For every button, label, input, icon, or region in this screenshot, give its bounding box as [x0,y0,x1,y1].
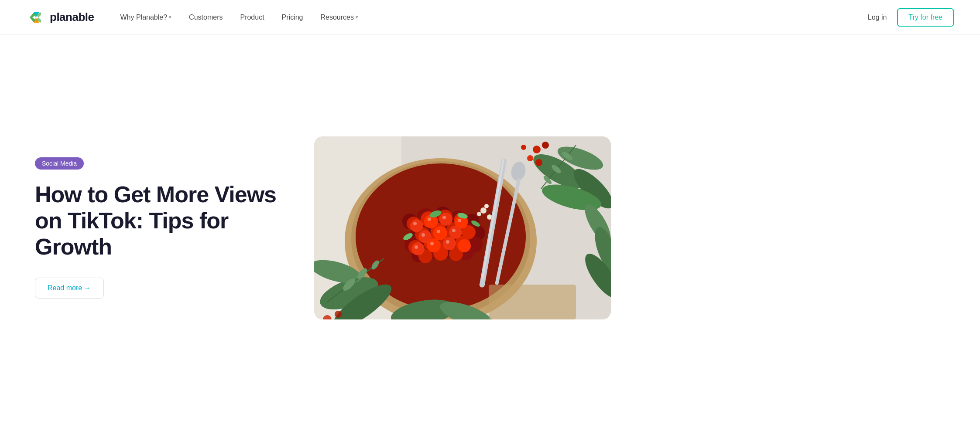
nav-label-resources: Resources [321,14,354,21]
chevron-down-icon: ▾ [169,14,171,20]
svg-point-91 [480,207,487,214]
nav-label-pricing: Pricing [282,14,303,21]
nav-label-product: Product [240,14,264,21]
svg-point-68 [439,213,452,226]
try-for-free-button[interactable]: Try for free [897,8,954,27]
svg-point-82 [437,230,440,233]
svg-point-76 [458,239,471,252]
svg-point-25 [533,146,541,153]
nav-item-product[interactable]: Product [231,0,273,35]
svg-point-85 [430,242,434,245]
category-badge: Social Media [35,157,84,170]
food-illustration [314,136,611,319]
svg-point-79 [442,216,446,219]
svg-point-93 [477,212,481,216]
logo-icon [26,8,45,27]
svg-point-26 [542,142,549,149]
svg-point-27 [527,155,533,161]
nav-links: Why Planable? ▾ Customers Product Pricin… [111,0,867,35]
svg-point-72 [449,226,462,239]
svg-point-84 [415,245,418,249]
svg-point-66 [410,219,423,232]
hero-image-area [314,136,611,319]
svg-point-80 [458,219,461,222]
svg-point-83 [452,229,456,232]
svg-point-78 [428,217,431,221]
svg-point-86 [446,240,449,244]
nav-item-resources[interactable]: Resources ▾ [312,0,367,35]
svg-point-75 [443,237,456,250]
nav-label-why-planable: Why Planable? [120,14,167,21]
svg-point-74 [427,238,441,252]
svg-rect-99 [489,285,576,319]
nav-item-customers[interactable]: Customers [180,0,231,35]
brand-name: planable [50,10,94,24]
hero-title: How to Get More Views on TikTok: Tips fo… [35,182,288,260]
login-link[interactable]: Log in [868,14,887,21]
hero-image [314,136,611,319]
svg-point-77 [413,222,417,225]
hero-content: Social Media How to Get More Views on Ti… [35,157,288,298]
nav-item-pricing[interactable]: Pricing [273,0,312,35]
svg-point-81 [421,233,425,237]
svg-point-73 [411,242,425,255]
svg-point-28 [535,159,542,166]
chevron-down-icon-resources: ▾ [356,14,358,20]
svg-point-94 [484,204,489,208]
logo-link[interactable]: planable [26,8,94,27]
svg-point-31 [335,311,342,318]
nav-item-why-planable[interactable]: Why Planable? ▾ [111,0,180,35]
navbar: planable Why Planable? ▾ Customers Produ… [0,0,980,35]
nav-right: Log in Try for free [868,8,954,27]
svg-point-29 [521,145,526,150]
hero-section: Social Media How to Get More Views on Ti… [0,35,980,421]
svg-point-71 [433,226,447,240]
read-more-button[interactable]: Read more → [35,278,104,299]
nav-label-customers: Customers [189,14,223,21]
